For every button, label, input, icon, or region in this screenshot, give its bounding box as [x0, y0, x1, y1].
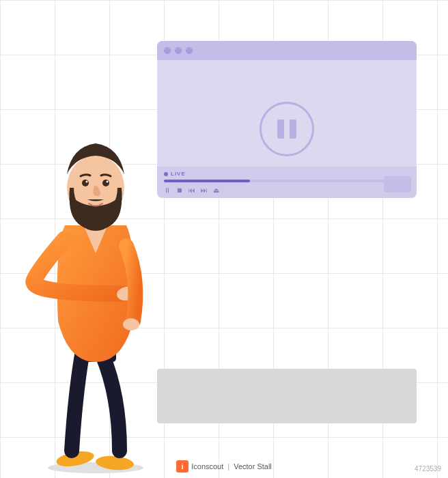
live-indicator: LIVE: [164, 171, 410, 177]
window-dot-2: [175, 47, 182, 54]
logo-letter: i: [182, 463, 184, 470]
svg-point-8: [82, 180, 89, 186]
iconscout-logo: i Iconscout: [176, 460, 223, 473]
main-container: LIVE ⏸ ⏹ ⏮ ⏭ ⏏: [0, 0, 448, 478]
pause-bar-left: [277, 120, 284, 139]
window-dot-3: [186, 47, 193, 54]
image-id: 4723539: [415, 465, 441, 473]
watermark-divider: |: [227, 462, 229, 470]
window-dot-1: [164, 47, 171, 54]
player-titlebar: [157, 41, 417, 60]
playback-controls: ⏸ ⏹ ⏮ ⏭ ⏏: [164, 186, 410, 194]
character-illustration: [14, 68, 178, 478]
progress-bar-background[interactable]: [164, 180, 410, 182]
svg-point-11: [107, 181, 109, 183]
player-controls-bar: LIVE ⏸ ⏹ ⏮ ⏭ ⏏: [157, 167, 417, 198]
player-content: LIVE ⏸ ⏹ ⏮ ⏭ ⏏: [157, 60, 417, 198]
prev-icon[interactable]: ⏮: [188, 186, 195, 194]
bottom-gray-rectangle: [157, 369, 417, 423]
iconscout-name: Iconscout: [191, 462, 223, 470]
svg-point-5: [123, 318, 139, 331]
eject-icon[interactable]: ⏏: [213, 186, 219, 194]
pause-bar-right: [290, 120, 296, 139]
svg-point-9: [102, 180, 109, 186]
iconscout-logo-icon: i: [176, 460, 188, 473]
pause-button-circle[interactable]: [260, 102, 314, 156]
next-icon[interactable]: ⏭: [201, 186, 208, 194]
svg-point-10: [86, 181, 88, 183]
vector-stall-brand: Vector Stall: [234, 462, 272, 470]
watermark-bar: i Iconscout | Vector Stall: [0, 460, 448, 473]
video-player-window[interactable]: LIVE ⏸ ⏹ ⏮ ⏭ ⏏: [157, 41, 417, 198]
mini-preview-rect: [384, 176, 411, 193]
